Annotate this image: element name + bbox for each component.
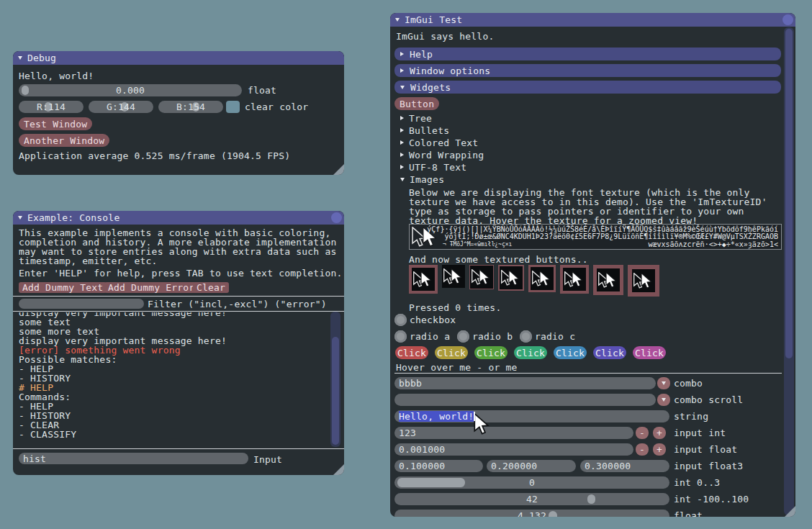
- radio-c[interactable]: [520, 330, 532, 343]
- resize-grip[interactable]: [333, 464, 344, 475]
- tree-node-images[interactable]: Images: [400, 174, 444, 184]
- combo-label: combo: [674, 379, 703, 388]
- click-button-2[interactable]: Click: [435, 346, 468, 359]
- slider-int-100-label: int -100..100: [674, 494, 749, 504]
- checkbox[interactable]: [394, 314, 407, 326]
- fps-stats-text: Application average 0.525 ms/frame (1904…: [19, 151, 290, 160]
- header-help[interactable]: Help: [394, 48, 781, 60]
- tree-node-tree[interactable]: Tree: [400, 113, 432, 123]
- header-window-options[interactable]: Window options: [394, 64, 781, 77]
- close-button[interactable]: [782, 14, 793, 25]
- radio-a[interactable]: [394, 330, 407, 343]
- drag-r[interactable]: R:114: [19, 101, 84, 113]
- tree-node-bullets[interactable]: Bullets: [400, 125, 449, 135]
- string-input[interactable]: Hello, world!: [394, 410, 669, 422]
- collapse-arrow-icon[interactable]: [395, 18, 400, 22]
- console-help-text: Enter 'HELP' for help, press TAB to use …: [19, 268, 343, 278]
- collapse-arrow-icon[interactable]: [18, 56, 22, 60]
- imgui-titlebar[interactable]: ImGui Test: [390, 13, 795, 27]
- click-button-5[interactable]: Click: [554, 346, 587, 359]
- debug-titlebar[interactable]: Debug: [13, 51, 344, 65]
- add-dummy-error-button[interactable]: Add Dummy Error: [104, 282, 198, 293]
- minus-button[interactable]: -: [636, 443, 649, 456]
- button-widget[interactable]: Button: [394, 97, 439, 110]
- collapse-arrow-icon[interactable]: [18, 216, 22, 220]
- add-dummy-text-button[interactable]: Add Dummy Text: [19, 282, 107, 293]
- minus-button[interactable]: -: [636, 427, 649, 439]
- image-button-4[interactable]: [498, 265, 524, 291]
- clear-button[interactable]: Clear: [193, 282, 229, 293]
- click-button-6[interactable]: Click: [593, 346, 626, 359]
- image-button-1[interactable]: [409, 265, 438, 294]
- drag-b[interactable]: B:154: [158, 101, 223, 113]
- float-slider[interactable]: 0.000: [19, 84, 242, 96]
- slider-int-100[interactable]: 42: [394, 493, 669, 505]
- slider-int-0-3[interactable]: 0: [394, 476, 669, 489]
- textured-buttons-caption: And now some textured buttons..: [409, 255, 588, 264]
- log-line: - CLASSIFY: [19, 430, 76, 439]
- separator: [13, 311, 344, 312]
- header-widgets[interactable]: Widgets: [394, 81, 781, 94]
- input-int-value: 123: [399, 428, 416, 438]
- tree-label: Images: [410, 175, 444, 184]
- console-scrollbar-thumb[interactable]: [332, 337, 339, 445]
- input-float3-z[interactable]: 0.300000: [580, 460, 669, 472]
- image-button-7[interactable]: [593, 265, 623, 295]
- slider-int-0-3-label: int 0..3: [674, 478, 720, 487]
- another-window-button[interactable]: Another Window: [19, 134, 109, 147]
- resize-grip[interactable]: [333, 164, 344, 175]
- slider-float-value: 4.132: [394, 511, 669, 517]
- combo-scroll[interactable]: [394, 394, 656, 406]
- checkbox-label: checkbox: [410, 315, 456, 325]
- mouse-cursor-icon: [474, 413, 490, 435]
- test-window-button[interactable]: Test Window: [19, 117, 92, 130]
- image-button-8[interactable]: [628, 265, 659, 297]
- slider-float-label: float: [674, 511, 703, 517]
- combo-arrow-button[interactable]: [657, 394, 670, 406]
- combo[interactable]: bbbb: [394, 377, 656, 389]
- input-int[interactable]: 123: [394, 427, 633, 439]
- pressed-times-text: Pressed 0 times.: [409, 303, 501, 312]
- plus-button[interactable]: +: [653, 443, 666, 456]
- image-button-6[interactable]: [560, 265, 589, 294]
- clear-color-swatch[interactable]: [226, 101, 240, 113]
- imgui-scrollbar-thumb[interactable]: [785, 29, 793, 358]
- image-button-5[interactable]: [528, 265, 556, 292]
- imgui-scrollbar-track[interactable]: [784, 27, 794, 515]
- click-button-3[interactable]: Click: [474, 346, 508, 359]
- console-titlebar[interactable]: Example: Console: [13, 211, 344, 225]
- font-texture-image[interactable]: ýÇf}·{ÿj()[]|X¼ŸBÑòÛÖóÃÂÀÀô!½¼ùúŽŠ8éÉ/å\…: [409, 224, 782, 250]
- slider-int-100-value: 42: [394, 494, 669, 504]
- header-label: Window options: [410, 66, 490, 76]
- tree-node-word-wrapping[interactable]: Word Wrapping: [400, 150, 484, 160]
- console-log-region[interactable]: display very important message here! som…: [19, 312, 328, 447]
- input-float3-y[interactable]: 0.200000: [487, 460, 576, 472]
- input-float[interactable]: 0.001000: [394, 443, 633, 456]
- console-input[interactable]: hist: [19, 453, 248, 464]
- image-button-3[interactable]: [469, 265, 494, 289]
- drag-g[interactable]: G:144: [89, 101, 153, 113]
- radio-b[interactable]: [457, 330, 469, 343]
- click-button-7[interactable]: Click: [633, 346, 666, 359]
- console-scrollbar-track[interactable]: [330, 312, 340, 447]
- close-button[interactable]: [331, 212, 342, 223]
- plus-button[interactable]: +: [653, 427, 666, 439]
- resize-grip[interactable]: [785, 506, 795, 517]
- click-button-4[interactable]: Click: [514, 346, 547, 359]
- tree-label: Colored Text: [409, 138, 478, 148]
- chevron-down-icon: [400, 86, 405, 89]
- radio-a-label: radio a: [410, 332, 450, 341]
- console-input-label: Input: [253, 455, 282, 464]
- hello-text: Hello, world!: [19, 71, 94, 81]
- input-float3-x[interactable]: 0.100000: [394, 460, 483, 472]
- tree-node-utf8-text[interactable]: UTF-8 Text: [400, 162, 466, 172]
- slider-float[interactable]: 4.132: [394, 510, 669, 517]
- image-button-2[interactable]: [442, 265, 465, 288]
- filter-input[interactable]: [19, 299, 144, 309]
- combo-arrow-button[interactable]: [657, 377, 670, 389]
- click-button-1[interactable]: Click: [395, 346, 428, 359]
- tree-node-colored-text[interactable]: Colored Text: [400, 137, 478, 148]
- font-texture-thumb: [470, 266, 493, 289]
- slider-value: 0.000: [19, 86, 242, 95]
- console-window: Example: Console This example implements…: [13, 211, 344, 475]
